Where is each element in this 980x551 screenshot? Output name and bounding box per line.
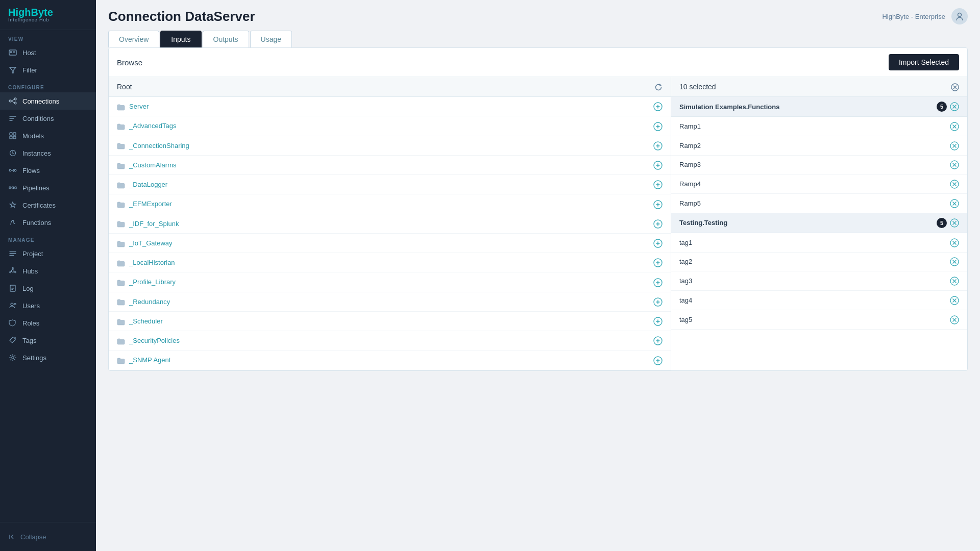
remove-group-button[interactable]	[950, 102, 959, 112]
tab-overview[interactable]: Overview	[108, 31, 159, 47]
list-item[interactable]: _CustomAlarms	[109, 156, 671, 175]
add-folder-button[interactable]	[653, 316, 663, 326]
remove-item-button[interactable]	[950, 141, 959, 151]
list-item[interactable]: _Redundancy	[109, 292, 671, 312]
list-item[interactable]: _SecurityPolicies	[109, 331, 671, 350]
sidebar-item-certificates[interactable]: Certificates	[0, 196, 96, 214]
folder-link[interactable]: _Profile_Library	[129, 278, 176, 286]
add-folder-button[interactable]	[653, 336, 663, 345]
sidebar-item-tags[interactable]: Tags	[0, 332, 96, 349]
svg-rect-20	[15, 187, 16, 189]
list-item[interactable]: _IDF_for_Splunk	[109, 214, 671, 234]
add-folder-button[interactable]	[653, 238, 663, 248]
instances-icon	[8, 148, 17, 158]
remove-item-button[interactable]	[950, 295, 959, 305]
page-title: Connection DataServer	[108, 9, 255, 24]
folder-link[interactable]: _IDF_for_Splunk	[129, 220, 179, 228]
sidebar-item-host[interactable]: Host	[0, 44, 96, 61]
folder-link[interactable]: _Redundancy	[129, 298, 170, 306]
folder-link[interactable]: _EFMExporter	[129, 200, 172, 208]
sidebar-item-log[interactable]: Log	[0, 280, 96, 297]
sidebar-item-settings[interactable]: Settings	[0, 349, 96, 366]
remove-item-button[interactable]	[950, 160, 959, 170]
add-folder-button[interactable]	[653, 258, 663, 267]
remove-item-button[interactable]	[950, 179, 959, 189]
file-item-left: Server	[117, 102, 149, 110]
sidebar-item-users[interactable]: Users	[0, 297, 96, 314]
sidebar-item-instances[interactable]: Instances	[0, 144, 96, 162]
logo-highbyte: HighByte	[8, 7, 53, 17]
file-item-left: _Redundancy	[117, 297, 170, 306]
folder-link[interactable]: Server	[129, 103, 149, 110]
add-folder-button[interactable]	[653, 297, 663, 307]
folder-link[interactable]: _IoT_Gateway	[129, 239, 173, 247]
selected-item-name: Ramp2	[679, 142, 701, 149]
add-folder-button[interactable]	[653, 199, 663, 209]
group-right: 5	[937, 102, 959, 112]
user-avatar[interactable]	[951, 8, 968, 24]
sidebar-item-functions[interactable]: Functions	[0, 214, 96, 231]
add-folder-button[interactable]	[653, 180, 663, 189]
list-item[interactable]: _Scheduler	[109, 312, 671, 331]
sidebar-item-roles-label: Roles	[22, 319, 39, 327]
remove-group-button[interactable]	[950, 218, 959, 228]
folder-list: Server _AdvancedTags _ConnectionSharing	[109, 97, 671, 370]
folder-link[interactable]: _SNMP Agent	[129, 356, 170, 364]
refresh-button[interactable]	[654, 82, 663, 91]
list-item[interactable]: _ConnectionSharing	[109, 136, 671, 156]
log-icon	[8, 284, 17, 293]
selected-item-name: tag1	[679, 239, 692, 246]
sidebar-item-models[interactable]: Models	[0, 127, 96, 144]
list-item[interactable]: _DataLogger	[109, 175, 671, 194]
tab-inputs[interactable]: Inputs	[160, 31, 201, 47]
folder-link[interactable]: _DataLogger	[129, 181, 167, 188]
remove-item-button[interactable]	[950, 257, 959, 267]
folder-link[interactable]: _SecurityPolicies	[129, 337, 180, 344]
remove-item-button[interactable]	[950, 121, 959, 131]
remove-item-button[interactable]	[950, 276, 959, 286]
remove-item-button[interactable]	[950, 238, 959, 247]
sidebar-item-filter[interactable]: Filter	[0, 61, 96, 79]
folder-link[interactable]: _Scheduler	[129, 317, 163, 325]
svg-point-39	[958, 13, 962, 17]
folder-icon	[117, 180, 125, 188]
add-folder-button[interactable]	[653, 102, 663, 111]
selected-item-name: Ramp4	[679, 180, 701, 188]
sidebar-item-roles[interactable]: Roles	[0, 314, 96, 332]
folder-link[interactable]: _LocalHistorian	[129, 259, 175, 266]
list-item[interactable]: _SNMP Agent	[109, 350, 671, 370]
manage-section-label: MANAGE	[0, 231, 96, 245]
hubs-icon	[8, 266, 17, 276]
folder-link[interactable]: _CustomAlarms	[129, 161, 176, 169]
add-folder-button[interactable]	[653, 277, 663, 287]
import-selected-button[interactable]: Import Selected	[889, 54, 959, 70]
sidebar-item-pipelines[interactable]: Pipelines	[0, 179, 96, 196]
sidebar-item-connections[interactable]: Connections	[0, 92, 96, 110]
list-item: tag3	[671, 271, 967, 291]
list-item[interactable]: _IoT_Gateway	[109, 234, 671, 253]
add-folder-button[interactable]	[653, 141, 663, 151]
add-folder-button[interactable]	[653, 121, 663, 131]
folder-link[interactable]: _AdvancedTags	[129, 122, 177, 130]
remove-item-button[interactable]	[950, 315, 959, 324]
collapse-button[interactable]: Collapse	[0, 529, 96, 545]
sidebar-item-project[interactable]: Project	[0, 245, 96, 262]
list-item[interactable]: _LocalHistorian	[109, 253, 671, 272]
list-item[interactable]: _AdvancedTags	[109, 116, 671, 136]
remove-item-button[interactable]	[950, 198, 959, 208]
list-item[interactable]: _EFMExporter	[109, 194, 671, 214]
list-item[interactable]: Server	[109, 97, 671, 116]
sidebar-item-flows[interactable]: Flows	[0, 162, 96, 179]
add-folder-button[interactable]	[653, 355, 663, 365]
tab-outputs[interactable]: Outputs	[203, 31, 249, 47]
tab-usage[interactable]: Usage	[250, 31, 292, 47]
list-item[interactable]: _Profile_Library	[109, 272, 671, 292]
folder-link[interactable]: _ConnectionSharing	[129, 142, 189, 149]
sidebar-item-hubs[interactable]: Hubs	[0, 262, 96, 280]
close-all-button[interactable]	[951, 82, 959, 91]
file-item-left: _IDF_for_Splunk	[117, 219, 179, 228]
add-folder-button[interactable]	[653, 219, 663, 229]
add-folder-button[interactable]	[653, 160, 663, 170]
groups-list: Simulation Examples.Functions 5 Ramp1 Ra…	[671, 97, 967, 330]
sidebar-item-conditions[interactable]: Conditions	[0, 110, 96, 127]
